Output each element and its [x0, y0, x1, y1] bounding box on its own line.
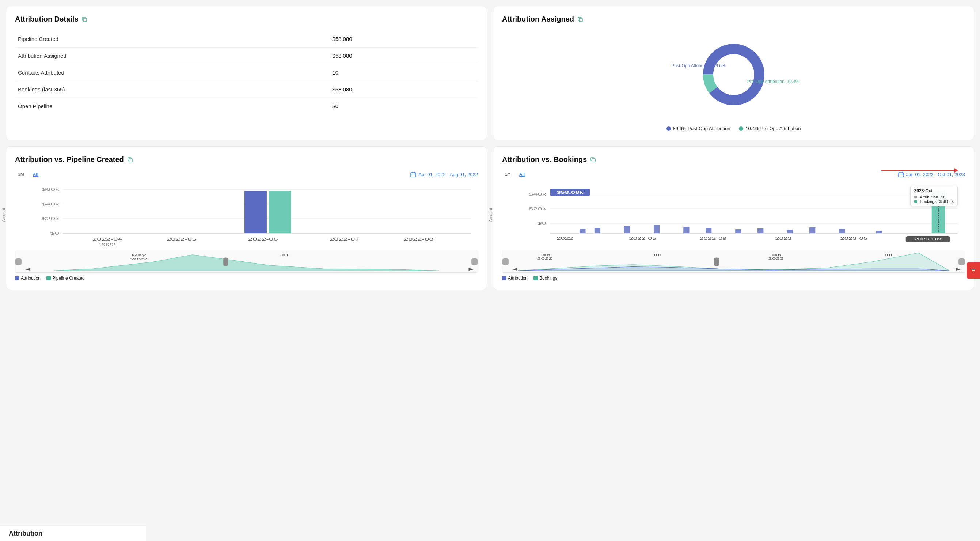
- attribution-details-title: Attribution Details: [15, 15, 478, 23]
- attribution-vs-bookings-card: Attribution vs. Bookings 1Y All Jan 01, …: [493, 146, 974, 290]
- svg-text:$0: $0: [537, 221, 546, 226]
- svg-text:2022-05: 2022-05: [167, 237, 197, 242]
- svg-text:$20k: $20k: [41, 216, 60, 221]
- svg-text:Jul: Jul: [652, 253, 661, 256]
- bookings-y-axis-label: Amount: [488, 208, 493, 222]
- svg-rect-50: [624, 226, 630, 233]
- copy-icon-pipeline[interactable]: [127, 156, 134, 163]
- pipeline-minimap: May 2022 Jul ◄ ►: [15, 251, 478, 273]
- donut-legend-item: 89.6% Post-Opp Attribution: [667, 126, 730, 131]
- chart-legend-item: Pipeline Created: [46, 275, 85, 281]
- svg-text:$40k: $40k: [41, 202, 60, 207]
- pipeline-chart-wrapper: Amount $60k $40k $20k $0 2022-04: [15, 182, 478, 248]
- svg-rect-65: [958, 258, 965, 265]
- svg-rect-6: [411, 173, 416, 177]
- svg-rect-53: [706, 228, 711, 233]
- svg-rect-58: [839, 229, 845, 233]
- svg-rect-52: [683, 227, 689, 233]
- svg-rect-48: [579, 229, 585, 233]
- svg-text:2022: 2022: [99, 243, 116, 247]
- bookings-chart-header: 1Y All Jan 01, 2022 - Oct 01, 2023: [502, 171, 965, 178]
- legend-label: 10.4% Pre-Opp Attribution: [745, 126, 800, 131]
- filter-button[interactable]: [967, 263, 980, 278]
- bookings-title: Attribution vs. Bookings: [502, 155, 965, 164]
- svg-rect-55: [757, 229, 763, 233]
- date-range-bookings-text: Jan 01, 2022 - Oct 01, 2023: [906, 172, 965, 177]
- svg-rect-24: [471, 258, 477, 265]
- row-value: $0: [329, 98, 478, 115]
- date-range-text: Apr 01, 2022 - Aug 01, 2022: [418, 172, 478, 177]
- pipeline-minimap-svg: May 2022 Jul ◄ ►: [15, 251, 477, 272]
- bookings-minimap: Jan 2022 Jul Jan 2023 Jul ◄ ►: [502, 251, 965, 273]
- bookings-legend: AttributionBookings: [502, 275, 965, 281]
- title-text: Attribution vs. Bookings: [502, 155, 587, 164]
- svg-text:2022-06: 2022-06: [248, 237, 278, 242]
- svg-text:◄: ◄: [510, 267, 519, 272]
- svg-rect-51: [654, 225, 660, 233]
- attribution-vs-pipeline-card: Attribution vs. Pipeline Created 3M All …: [6, 146, 487, 290]
- copy-icon-bookings[interactable]: [590, 156, 596, 163]
- svg-text:$58.08k: $58.08k: [557, 191, 583, 194]
- donut-legend: 89.6% Post-Opp Attribution10.4% Pre-Opp …: [667, 126, 801, 131]
- svg-text:2023-05: 2023-05: [840, 237, 868, 240]
- svg-text:2022-07: 2022-07: [329, 237, 360, 242]
- post-opp-label: Post-Opp Attribution, 89.6%: [671, 63, 726, 68]
- title-text: Attribution Assigned: [502, 15, 574, 23]
- row-label: Pipeline Created: [15, 31, 329, 48]
- svg-text:May: May: [131, 253, 146, 257]
- time-btn-all[interactable]: All: [30, 171, 41, 178]
- legend-square: [502, 276, 506, 280]
- svg-rect-56: [787, 229, 793, 233]
- legend-dot: [739, 126, 743, 131]
- svg-text:Jul: Jul: [280, 253, 290, 257]
- time-btn-3m[interactable]: 3M: [15, 171, 27, 178]
- y-axis-label: Amount: [2, 208, 6, 222]
- svg-text:Jan: Jan: [539, 253, 550, 256]
- details-row: Pipeline Created$58,080: [15, 31, 478, 48]
- svg-text:$0: $0: [50, 231, 59, 236]
- bookings-minimap-svg: Jan 2022 Jul Jan 2023 Jul ◄ ►: [503, 251, 965, 272]
- time-btn-all-bookings[interactable]: All: [516, 171, 528, 178]
- svg-text:Jul: Jul: [883, 253, 892, 256]
- time-btn-1y[interactable]: 1Y: [502, 171, 513, 178]
- svg-text:2022: 2022: [537, 257, 552, 260]
- svg-rect-72: [714, 257, 719, 266]
- pre-opp-label: Pre-Opp Attribution, 10.4%: [747, 79, 800, 84]
- bookings-chart-area: 2023-Oct Attribution $0 Bookings $58.08k: [520, 182, 965, 248]
- svg-rect-77: [973, 272, 974, 272]
- svg-text:2022-09: 2022-09: [699, 237, 727, 240]
- svg-text:Jan: Jan: [770, 253, 781, 256]
- tooltip-attribution-label: Attribution: [920, 195, 939, 199]
- row-value: $58,080: [329, 48, 478, 64]
- tooltip-attribution-row: Attribution $0: [914, 195, 954, 199]
- donut-svg: [697, 38, 770, 111]
- svg-text:►: ►: [467, 267, 476, 272]
- tooltip-bookings-value: $58.08k: [939, 199, 954, 204]
- copy-icon-assigned[interactable]: [577, 16, 584, 23]
- time-controls: 3M All: [15, 171, 41, 178]
- svg-rect-57: [809, 228, 815, 233]
- date-range-pipeline: Apr 01, 2022 - Aug 01, 2022: [410, 172, 478, 177]
- legend-label: Pipeline Created: [52, 275, 85, 281]
- legend-square: [533, 276, 538, 280]
- svg-rect-59: [876, 231, 882, 233]
- attribution-assigned-title: Attribution Assigned: [502, 15, 965, 23]
- legend-label: 89.6% Post-Opp Attribution: [673, 126, 730, 131]
- legend-square: [46, 276, 51, 280]
- legend-dot: [667, 126, 671, 131]
- svg-rect-23: [15, 258, 22, 265]
- row-label: Contacts Attributed: [15, 64, 329, 81]
- filter-icon: [970, 267, 977, 274]
- legend-label: Bookings: [539, 275, 557, 281]
- copy-icon[interactable]: [81, 16, 88, 23]
- svg-text:2022-04: 2022-04: [92, 237, 123, 242]
- svg-rect-64: [503, 258, 509, 265]
- details-table: Pipeline Created$58,080Attribution Assig…: [15, 31, 478, 115]
- details-row: Contacts Attributed10: [15, 64, 478, 81]
- row-value: 10: [329, 64, 478, 81]
- bookings-tooltip: 2023-Oct Attribution $0 Bookings $58.08k: [910, 186, 958, 206]
- title-text: Attribution Details: [15, 15, 78, 23]
- svg-rect-1: [579, 18, 582, 22]
- donut-chart-wrapper: Post-Opp Attribution, 89.6% Pre-Opp Attr…: [679, 31, 789, 118]
- pipeline-chart-header: 3M All Apr 01, 2022 - Aug 01, 2022: [15, 171, 478, 178]
